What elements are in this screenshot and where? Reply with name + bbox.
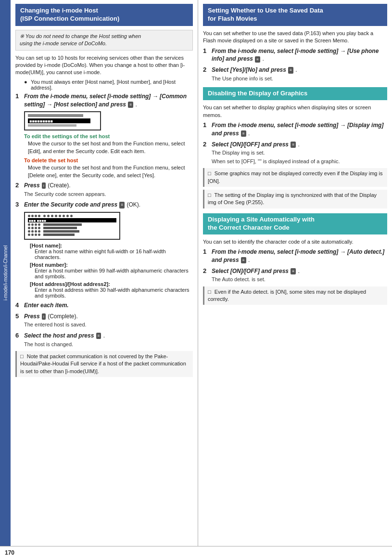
bottom-note-box: □ Note that packet communication is not … bbox=[15, 351, 193, 377]
flash-step2-text: Select [Yes]/[No] and press bbox=[212, 66, 286, 73]
flash-step2-note: The Use phone info is set. bbox=[212, 75, 387, 82]
left-step4-content: Enter each item. bbox=[24, 301, 193, 310]
left-step6: 6 Select the host and press ≡ . The host… bbox=[15, 332, 193, 348]
charcode-step1-key: ≡ bbox=[241, 257, 246, 263]
host-details: [Host name]: Enter a host name within ei… bbox=[30, 243, 193, 299]
graphics-step2-note2: When set to [OFF], "" is displayed inste… bbox=[212, 158, 387, 165]
mock-sel-bar1: ■■■ ■■■■ bbox=[28, 218, 116, 222]
left-step1: 1 From the i-mode menu, select [i-mode s… bbox=[15, 92, 193, 109]
graphics-info1: □ Some graphics may not be displayed cor… bbox=[203, 168, 387, 187]
flash-step1-content: From the i-mode menu, select [i-mode set… bbox=[212, 47, 387, 64]
left-step1-end: . bbox=[135, 101, 137, 108]
charcode-step2-content: Select [ON]/[OFF] and press ≡ . The Auto… bbox=[212, 267, 387, 284]
screen-mockup-large: ■■■ ■■■■ bbox=[24, 212, 120, 240]
menu-key-icon: ≡ bbox=[128, 102, 133, 108]
mock-row4 bbox=[28, 230, 116, 233]
col-left: Changing the i-mode Host (ISP Connection… bbox=[11, 0, 198, 546]
page-number: 170 bbox=[0, 546, 392, 559]
graphics-info2: □ The setting of the Display img is sync… bbox=[203, 190, 387, 208]
left-step3-num: 3 bbox=[15, 201, 24, 208]
left-step5-text2: (Complete). bbox=[48, 313, 78, 320]
mock-row1 bbox=[28, 215, 116, 217]
left-step6-content: Select the host and press ≡ . The host i… bbox=[24, 332, 193, 348]
teal-label: To edit the settings of the set host bbox=[24, 133, 193, 139]
left-step5-text: Press bbox=[24, 313, 40, 320]
graphics-step1-num: 1 bbox=[203, 121, 212, 129]
flash-step1-text: From the i-mode menu, select [i-mode set… bbox=[212, 48, 379, 63]
left-step3-text: Enter the Security code and press bbox=[24, 201, 117, 208]
screen-mockup-small: ■■■■■■■■■ bbox=[24, 111, 101, 130]
create-key-icon: i bbox=[42, 182, 46, 189]
charcode-step2-note: The Auto detect. is set. bbox=[212, 276, 387, 283]
left-step5-content: Press i (Complete). The entered host is … bbox=[24, 312, 193, 329]
left-section-header: Changing the i-mode Host (ISP Connection… bbox=[15, 4, 193, 26]
complete-key-icon: i bbox=[42, 313, 46, 320]
graphics-step1-content: From the i-mode menu, select [i-mode set… bbox=[212, 121, 387, 138]
charcode-section-header: Displaying a Site Automatically with the… bbox=[203, 213, 387, 234]
host-name-desc: Enter a host name within eight full-widt… bbox=[35, 248, 193, 260]
mock-row3 bbox=[28, 227, 116, 229]
charcode-info-icon: □ bbox=[208, 289, 211, 295]
col-right: Setting Whether to Use the Saved Data fo… bbox=[198, 0, 392, 546]
flash-step1: 1 From the i-mode menu, select [i-mode s… bbox=[203, 47, 387, 64]
left-step2-num: 2 bbox=[15, 182, 24, 189]
left-step4-num: 4 bbox=[15, 301, 24, 309]
left-step2-text2: (Create). bbox=[48, 182, 70, 189]
flash-intro: You can set whether to use the saved dat… bbox=[203, 30, 387, 45]
charcode-step2-num: 2 bbox=[203, 267, 212, 274]
left-intro: You can set up to 10 hosts for receiving… bbox=[15, 54, 193, 77]
flash-section-header: Setting Whether to Use the Saved Data fo… bbox=[203, 4, 387, 26]
sidebar-label: i-mode/i-motion/i-Channel bbox=[3, 246, 8, 301]
host-address-label: [Host address]/[Host address2]: bbox=[30, 281, 193, 287]
flash-step2: 2 Select [Yes]/[No] and press ≡ . The Us… bbox=[203, 66, 387, 82]
charcode-step2-text: Select [ON]/[OFF] and press bbox=[212, 268, 289, 274]
graphics-info1-text: Some graphics may not be displayed corre… bbox=[208, 170, 382, 183]
graphics-step2: 2 Select [ON]/[OFF] and press ≡ . The Di… bbox=[203, 141, 387, 166]
columns: Changing the i-mode Host (ISP Connection… bbox=[11, 0, 392, 546]
left-step2-content: Press i (Create). The Security code scre… bbox=[24, 182, 193, 198]
charcode-intro: You can set to identify the character co… bbox=[203, 238, 387, 246]
left-step1-content: From the i-mode menu, select [i-mode set… bbox=[24, 92, 193, 109]
host-address-desc: Enter a host address within 30 half-widt… bbox=[35, 287, 193, 299]
left-step4: 4 Enter each item. bbox=[15, 301, 193, 310]
left-step6-num: 6 bbox=[15, 332, 24, 339]
left-step5: 5 Press i (Complete). The entered host i… bbox=[15, 312, 193, 329]
charcode-step1: 1 From the i-mode menu, select [i-mode s… bbox=[203, 248, 387, 264]
left-step3-text2: (OK). bbox=[126, 201, 140, 208]
mock-row2 bbox=[28, 223, 116, 226]
bullet-text: You must always enter [Host name], [Host… bbox=[31, 79, 193, 91]
graphics-section-header: Disabling the Display of Graphics bbox=[203, 87, 387, 100]
left-step6-text: Select the host and press bbox=[24, 332, 94, 339]
left-step5-num: 5 bbox=[15, 312, 24, 320]
left-step3-content: Enter the Security code and press ≡ (OK)… bbox=[24, 201, 193, 209]
left-step6-note: The host is changed. bbox=[24, 341, 193, 348]
red-label: To delete the set host bbox=[24, 157, 193, 163]
note-text: ※ You do not need to change the Host set… bbox=[20, 33, 189, 48]
graphics-step1: 1 From the i-mode menu, select [i-mode s… bbox=[203, 121, 387, 138]
graphics-info2-text: The setting of the Display img is synchr… bbox=[208, 192, 377, 205]
graphics-step1-text: From the i-mode menu, select [i-mode set… bbox=[212, 122, 383, 137]
left-step1-text: From the i-mode menu, select [i-mode set… bbox=[24, 93, 187, 108]
bullet-item: ● You must always enter [Host name], [Ho… bbox=[24, 79, 193, 91]
select-key-icon: ≡ bbox=[96, 333, 101, 339]
graphics-step2-content: Select [ON]/[OFF] and press ≡ . The Disp… bbox=[212, 141, 387, 166]
mock-row5 bbox=[28, 234, 116, 236]
left-step1-num: 1 bbox=[15, 92, 24, 100]
teal-label-section: To edit the settings of the set host Mov… bbox=[24, 133, 193, 179]
left-step3: 3 Enter the Security code and press ≡ (O… bbox=[15, 201, 193, 209]
charcode-step1-content: From the i-mode menu, select [i-mode set… bbox=[212, 248, 387, 264]
graphics-step2-note1: The Display img is set. bbox=[212, 149, 387, 156]
graphics-info2-icon: □ bbox=[208, 192, 211, 198]
charcode-info-text: Even if the Auto detect. is [ON], some s… bbox=[208, 289, 366, 302]
host-number-label: [Host number]: bbox=[30, 262, 193, 268]
flash-step2-content: Select [Yes]/[No] and press ≡ . The Use … bbox=[212, 66, 387, 82]
graphics-step1-key: ≡ bbox=[241, 130, 246, 137]
main-content: i-mode/i-motion/i-Channel Changing the i… bbox=[0, 0, 392, 546]
bottom-note-text: Note that packet communication is not co… bbox=[20, 353, 186, 374]
graphics-intro: You can set whether to display graphics … bbox=[203, 104, 387, 119]
charcode-step1-num: 1 bbox=[203, 248, 212, 255]
ok-key-icon: ≡ bbox=[119, 202, 125, 208]
charcode-step2-key: ≡ bbox=[291, 268, 296, 274]
graphics-step2-num: 2 bbox=[203, 141, 212, 148]
left-step2-text: Press bbox=[24, 182, 40, 189]
